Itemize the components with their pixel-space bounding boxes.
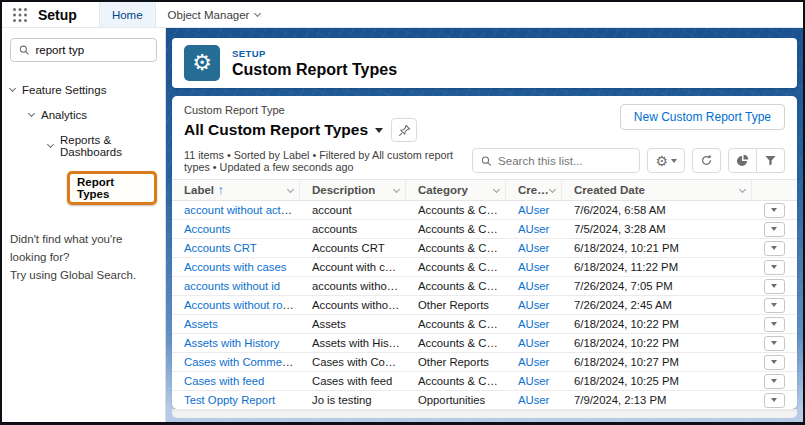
sidebar-item-reports-dashboards[interactable]: Reports & Dashboards [10,134,157,158]
cell-category: Opportunities [406,394,506,406]
table-row: Accounts with casesAccount with cases.Ac… [172,258,797,277]
column-header-description[interactable]: Description [300,180,406,200]
row-actions-button[interactable] [764,203,785,218]
new-custom-report-type-button[interactable]: New Custom Report Type [620,104,785,130]
tab-object-manager[interactable]: Object Manager [156,2,273,27]
entity-label: Custom Report Type [184,104,417,116]
report-type-link[interactable]: Test Oppty Report [184,394,275,406]
row-actions-button[interactable] [764,279,785,294]
created-by-link[interactable]: AUser [518,242,549,254]
tree-item-label: Feature Settings [22,84,106,96]
help-line-1: Didn't find what you're looking for? [10,231,157,267]
cell-description: Cases with Comments [300,356,406,368]
report-type-link[interactable]: Accounts CRT [184,242,257,254]
report-type-link[interactable]: account without activities [184,204,300,216]
report-type-link[interactable]: Assets [184,318,218,330]
cell-row-actions [752,241,796,256]
cell-row-actions [752,355,796,370]
row-actions-button[interactable] [764,222,785,237]
cell-label: Accounts with cases [172,261,300,273]
tree-item-label: Report Types [67,171,157,205]
column-header-category[interactable]: Category [406,180,506,200]
column-menu-chevron-icon[interactable] [549,185,556,192]
row-actions-button[interactable] [764,336,785,351]
row-actions-button[interactable] [764,393,785,408]
created-by-link[interactable]: AUser [518,299,549,311]
chevron-down-icon [771,227,777,231]
row-actions-button[interactable] [764,260,785,275]
cell-category: Accounts & Contacts [406,337,506,349]
table-row: accounts without idaccounts without idAc… [172,277,797,296]
table-row: Assets with HistoryAssets with HistoryAc… [172,334,797,353]
content-area: Feature SettingsAnalyticsReports & Dashb… [2,28,803,422]
cell-category: Accounts & Contacts [406,375,506,387]
cell-row-actions [752,393,796,408]
column-menu-chevron-icon[interactable] [739,185,746,192]
column-menu-chevron-icon[interactable] [393,185,400,192]
row-actions-button[interactable] [764,355,785,370]
app-launcher-icon[interactable] [12,7,28,23]
tab-label: Home [112,9,143,21]
column-menu-chevron-icon[interactable] [287,185,294,192]
pin-list-button[interactable] [391,118,417,142]
sidebar-item-analytics[interactable]: Analytics [10,109,157,121]
column-menu-chevron-icon[interactable] [493,185,500,192]
created-by-link[interactable]: AUser [518,261,549,273]
row-actions-button[interactable] [764,374,785,389]
cell-label: accounts without id [172,280,300,292]
created-by-link[interactable]: AUser [518,280,549,292]
cell-description: Assets with History [300,337,406,349]
column-label: Category [418,184,468,196]
created-by-link[interactable]: AUser [518,204,549,216]
report-type-link[interactable]: Cases with feed [184,375,264,387]
row-actions-button[interactable] [764,241,785,256]
setup-tabs: HomeObject Manager [99,2,273,27]
help-line-2: Try using Global Search. [10,267,157,285]
list-status-text: 11 items • Sorted by Label • Filtered by… [184,149,472,173]
created-by-link[interactable]: AUser [518,356,549,368]
created-by-link[interactable]: AUser [518,337,549,349]
table-row: AssetsAssetsAccounts & ContactsAUser6/18… [172,315,797,334]
view-selector[interactable]: All Custom Report Types [184,121,383,139]
list-search-input[interactable] [498,155,631,167]
view-name-label: All Custom Report Types [184,121,368,139]
cell-row-actions [752,203,796,218]
cell-category: Other Reports [406,299,506,311]
report-type-link[interactable]: Assets with History [184,337,279,349]
created-by-link[interactable]: AUser [518,318,549,330]
report-type-link[interactable]: accounts without id [184,280,280,292]
report-type-link[interactable]: Accounts [184,223,230,235]
quick-find-input[interactable] [35,44,148,56]
row-actions-button[interactable] [764,317,785,332]
column-header-created-date[interactable]: Created Date [562,180,752,200]
created-by-link[interactable]: AUser [518,375,549,387]
tab-label: Object Manager [168,9,250,21]
list-search-box[interactable] [472,148,640,173]
report-type-link[interactable]: Accounts with cases [184,261,286,273]
cell-category: Accounts & Contacts [406,242,506,254]
report-type-link[interactable]: Accounts without roles [184,299,297,311]
sidebar-item-report-types[interactable]: Report Types [10,171,157,205]
row-actions-button[interactable] [764,298,785,313]
quick-find-box[interactable] [10,38,157,62]
column-header-label[interactable]: Label↑ [172,180,300,200]
page-eyebrow: SETUP [232,48,397,59]
page-title: Custom Report Types [232,61,397,79]
column-header-created-[interactable]: Created ... [506,180,562,200]
cell-created-date: 6/18/2024, 10:22 PM [562,318,752,330]
refresh-button[interactable] [692,148,721,173]
setup-tree: Feature SettingsAnalyticsReports & Dashb… [10,84,157,205]
chevron-down-icon [771,341,777,345]
charts-button[interactable] [728,148,757,173]
report-type-link[interactable]: Cases with Comments [184,356,297,368]
chevron-down-icon [771,208,777,212]
cell-description: Accounts CRT [300,242,406,254]
tab-home[interactable]: Home [99,2,156,27]
list-view-settings-button[interactable]: ⚙ [647,148,685,173]
pin-icon [398,124,411,137]
created-by-link[interactable]: AUser [518,394,549,406]
created-by-link[interactable]: AUser [518,223,549,235]
filter-button[interactable] [757,148,785,173]
chevron-down-icon [375,128,383,133]
sidebar-item-feature-settings[interactable]: Feature Settings [10,84,157,96]
